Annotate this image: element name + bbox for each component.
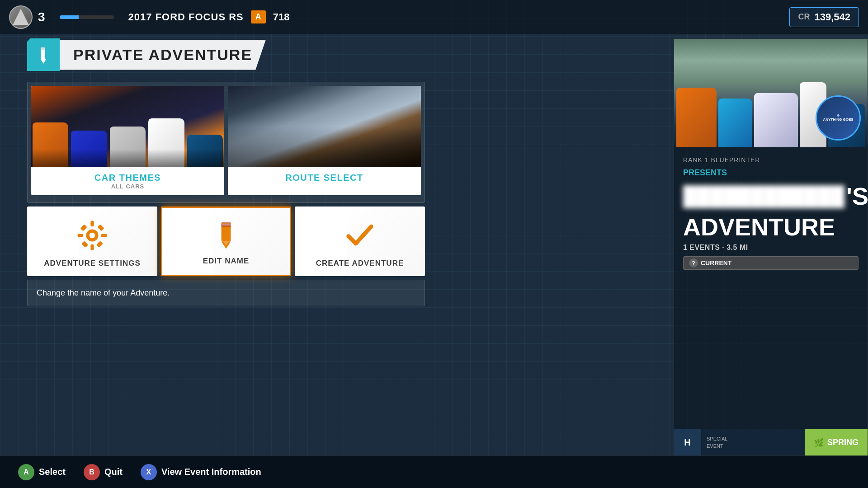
leaf-icon: 🌿 bbox=[814, 438, 824, 448]
car-themes-subtitle: ALL CARS bbox=[38, 183, 217, 190]
footer-info-box: SPECIALEVENT bbox=[701, 429, 805, 456]
xp-progress-fill bbox=[60, 15, 79, 19]
svg-marker-1 bbox=[41, 59, 46, 64]
anything-goes-badge-wrap: ⚙ ANYTHING GOES bbox=[816, 95, 861, 141]
spring-label: SPRING bbox=[827, 438, 859, 447]
svg-rect-8 bbox=[101, 234, 107, 237]
cards-grid: CAR THEMES ALL CARS ROUTE SELECT bbox=[27, 82, 425, 203]
title-text-box: PRIVATE ADVENTURE bbox=[60, 40, 266, 70]
car-themes-image bbox=[31, 86, 224, 167]
car-name: 2017 FORD FOCUS RS bbox=[128, 11, 244, 23]
avatar bbox=[9, 5, 33, 29]
current-tag: ? CURRENT bbox=[683, 256, 859, 270]
panel-car-2 bbox=[718, 99, 752, 147]
cr-amount: 139,542 bbox=[814, 11, 850, 23]
apostrophe-s: 'S bbox=[846, 182, 868, 210]
right-panel-image: ⚙ ANYTHING GOES bbox=[674, 39, 868, 147]
car-road-bg bbox=[228, 86, 421, 167]
create-adventure-title: CREATE ADVENTURE bbox=[316, 259, 404, 268]
pencil-icon bbox=[212, 221, 241, 249]
gear-icon bbox=[76, 219, 108, 252]
fake-cars bbox=[31, 86, 224, 167]
badge-text: ANYTHING GOES bbox=[823, 118, 853, 122]
rank-label: RANK 1 BLUEPRINTER bbox=[683, 156, 859, 164]
top-bar: 3 2017 FORD FOCUS RS A 718 CR 139,542 bbox=[0, 0, 868, 34]
title-icon-box bbox=[27, 38, 60, 71]
bottom-row: ADVENTURE SETTINGS EDIT NAME CREATE AD bbox=[27, 206, 425, 276]
view-event-button[interactable]: X View Event Information bbox=[141, 464, 261, 480]
x-button-circle: X bbox=[141, 464, 157, 480]
route-select-image bbox=[228, 86, 421, 167]
footer-h-box: H bbox=[674, 429, 701, 456]
fake-car-4 bbox=[148, 118, 184, 167]
panel-footer: H SPECIALEVENT 🌿 SPRING bbox=[674, 429, 868, 456]
blurred-name-row: ████████████ 'S bbox=[683, 182, 859, 210]
pencil-title-icon bbox=[34, 46, 52, 64]
right-panel: ⚙ ANYTHING GOES RANK 1 BLUEPRINTER PRESE… bbox=[674, 38, 868, 456]
car-silhouettes-bg bbox=[31, 86, 224, 167]
page-title-wrap: PRIVATE ADVENTURE bbox=[27, 38, 425, 71]
anything-goes-badge: ⚙ ANYTHING GOES bbox=[816, 95, 861, 141]
svg-rect-7 bbox=[78, 234, 84, 237]
panel-car-1 bbox=[676, 88, 717, 147]
footer-info-text: SPECIALEVENT bbox=[707, 436, 727, 450]
route-select-card[interactable]: ROUTE SELECT bbox=[228, 86, 421, 195]
currency-display: CR 139,542 bbox=[789, 7, 859, 27]
cr-badge: CR 139,542 bbox=[789, 7, 859, 27]
car-themes-card[interactable]: CAR THEMES ALL CARS bbox=[31, 86, 224, 195]
xp-progress-bar bbox=[60, 15, 114, 19]
fake-car-2 bbox=[71, 131, 107, 167]
select-label: Select bbox=[39, 467, 66, 477]
fake-car-3 bbox=[110, 127, 146, 167]
edit-name-title: EDIT NAME bbox=[203, 257, 250, 266]
adventure-label: ADVENTURE bbox=[683, 215, 859, 239]
presents-label: PRESENTS bbox=[683, 168, 859, 178]
select-button[interactable]: A Select bbox=[18, 464, 66, 480]
bottom-bar: A Select B Quit X View Event Information bbox=[0, 455, 868, 488]
svg-rect-11 bbox=[81, 241, 88, 248]
svg-rect-5 bbox=[90, 221, 94, 227]
a-button-label: A bbox=[24, 468, 29, 476]
main-content: PRIVATE ADVENTURE CAR THEMES ALL bbox=[27, 38, 425, 306]
svg-rect-10 bbox=[97, 224, 104, 231]
fake-car-1 bbox=[33, 122, 68, 167]
car-class-badge: A bbox=[251, 10, 266, 23]
a-button-circle: A bbox=[18, 464, 34, 480]
events-info: 1 EVENTS · 3.5 MI bbox=[683, 244, 859, 252]
svg-rect-12 bbox=[96, 241, 103, 248]
fake-car-5 bbox=[187, 135, 223, 167]
svg-rect-17 bbox=[222, 222, 231, 225]
car-info: 2017 FORD FOCUS RS A 718 bbox=[128, 10, 290, 23]
b-button-label: B bbox=[89, 468, 94, 476]
route-select-bottom: ROUTE SELECT bbox=[228, 167, 421, 188]
svg-rect-2 bbox=[41, 47, 45, 50]
page-title: PRIVATE ADVENTURE bbox=[73, 46, 252, 63]
adventure-settings-card[interactable]: ADVENTURE SETTINGS bbox=[27, 206, 157, 276]
car-themes-bottom: CAR THEMES ALL CARS bbox=[31, 167, 224, 195]
current-label: CURRENT bbox=[701, 259, 731, 267]
view-event-label: View Event Information bbox=[161, 467, 261, 477]
spring-badge[interactable]: 🌿 SPRING bbox=[805, 429, 868, 456]
description-text: Change the name of your Adventure. bbox=[37, 288, 170, 297]
quit-button[interactable]: B Quit bbox=[84, 464, 123, 480]
player-info: 3 2017 FORD FOCUS RS A 718 bbox=[9, 5, 289, 29]
panel-car-3 bbox=[754, 93, 798, 147]
blurred-name: ████████████ bbox=[683, 185, 844, 207]
car-rating: 718 bbox=[273, 11, 290, 23]
b-button-circle: B bbox=[84, 464, 100, 480]
route-select-title: ROUTE SELECT bbox=[235, 173, 414, 183]
x-button-label: X bbox=[146, 468, 151, 476]
cr-label: CR bbox=[798, 12, 810, 22]
player-level: 3 bbox=[38, 10, 45, 24]
description-box: Change the name of your Adventure. bbox=[27, 280, 425, 306]
car-themes-title: CAR THEMES bbox=[38, 173, 217, 183]
panel-content: RANK 1 BLUEPRINTER PRESENTS ████████████… bbox=[674, 147, 868, 429]
edit-name-card[interactable]: EDIT NAME bbox=[161, 206, 291, 276]
checkmark-icon bbox=[344, 219, 376, 252]
svg-rect-6 bbox=[90, 244, 94, 250]
footer-h-icon: H bbox=[684, 437, 690, 448]
quit-label: Quit bbox=[104, 467, 123, 477]
question-icon: ? bbox=[689, 258, 698, 267]
create-adventure-card[interactable]: CREATE ADVENTURE bbox=[295, 206, 425, 276]
adventure-settings-title: ADVENTURE SETTINGS bbox=[44, 259, 141, 268]
